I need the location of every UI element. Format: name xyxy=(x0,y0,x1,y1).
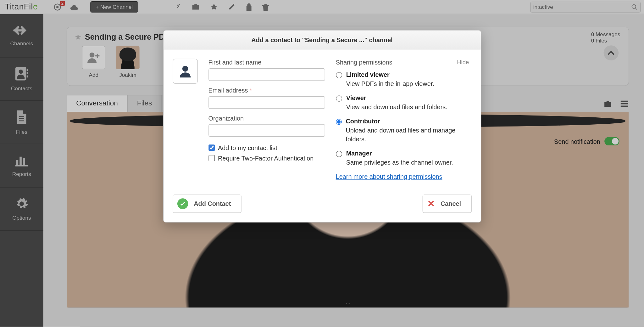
name-label: First and last name xyxy=(208,59,325,66)
contact-avatar-placeholder[interactable] xyxy=(173,59,197,84)
perm-radio-manager[interactable] xyxy=(336,151,342,157)
add-to-list-row[interactable]: Add to my contact list xyxy=(208,144,325,151)
perm-option-viewer[interactable]: ViewerView and download files and folder… xyxy=(336,94,469,111)
perm-desc: View PDFs in the in-app viewer. xyxy=(346,79,434,88)
require-2fa-checkbox[interactable] xyxy=(208,155,215,161)
perm-option-limited-viewer[interactable]: Limited viewerView PDFs in the in-app vi… xyxy=(336,71,469,88)
perm-option-contributor[interactable]: ContributorUpload and download files and… xyxy=(336,117,469,144)
organization-input[interactable] xyxy=(208,124,325,137)
add-to-list-label: Add to my contact list xyxy=(218,144,277,151)
perm-radio-contributor[interactable] xyxy=(336,119,342,125)
organization-label: Organization xyxy=(208,115,325,122)
email-input[interactable] xyxy=(208,96,325,109)
perm-title: Manager xyxy=(346,149,453,157)
perm-title: Viewer xyxy=(346,94,447,101)
perm-title: Contributor xyxy=(346,117,469,125)
require-2fa-label: Require Two-Factor Authentication xyxy=(218,155,314,162)
email-label: Email address * xyxy=(208,87,325,94)
add-contact-button[interactable]: Add Contact xyxy=(173,195,242,213)
add-to-list-checkbox[interactable] xyxy=(208,144,215,151)
perm-desc: View and download files and folders. xyxy=(346,102,447,111)
cancel-button[interactable]: ✕ Cancel xyxy=(423,195,471,213)
perm-desc: Upload and download files and manage fol… xyxy=(346,126,469,144)
hide-permissions-link[interactable]: Hide xyxy=(457,59,469,66)
perm-radio-limited[interactable] xyxy=(336,72,342,78)
permissions-heading: Sharing permissions xyxy=(336,59,392,66)
add-contact-modal: Add a contact to "Sending a Secure ..." … xyxy=(163,30,481,222)
name-input[interactable] xyxy=(208,68,325,81)
require-2fa-row[interactable]: Require Two-Factor Authentication xyxy=(208,155,325,162)
modal-title: Add a contact to "Sending a Secure ..." … xyxy=(164,31,481,50)
perm-title: Limited viewer xyxy=(346,71,434,78)
learn-more-permissions-link[interactable]: Learn more about sharing permissions xyxy=(336,173,442,180)
svg-point-15 xyxy=(182,66,188,72)
perm-radio-viewer[interactable] xyxy=(336,95,342,102)
close-icon: ✕ xyxy=(427,198,435,209)
perm-option-manager[interactable]: ManagerSame privileges as the channel ow… xyxy=(336,149,469,167)
perm-desc: Same privileges as the channel owner. xyxy=(346,158,453,167)
